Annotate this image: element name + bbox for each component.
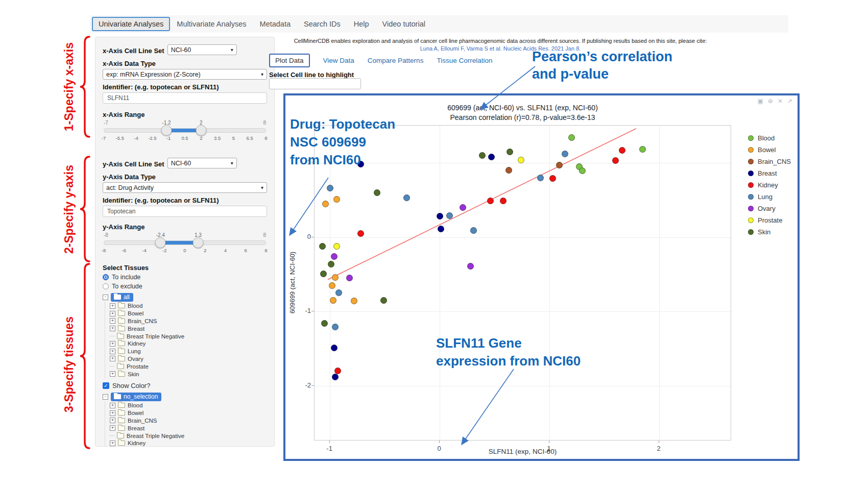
exclude-tree-item-kidney[interactable]: +Kidney — [110, 440, 267, 447]
legend-item-ovary[interactable]: Ovary — [748, 203, 791, 214]
legend-item-brain-cns[interactable]: Brain_CNS — [748, 156, 791, 167]
nav-tab-metadata[interactable]: Metadata — [253, 17, 297, 31]
expand-toggle-icon[interactable]: + — [110, 418, 115, 423]
expand-toggle-icon[interactable]: + — [110, 326, 115, 331]
expand-toggle-icon[interactable]: + — [110, 349, 115, 354]
data-point-kidney[interactable] — [500, 198, 507, 204]
data-point-skin[interactable] — [321, 320, 328, 327]
data-point-lung[interactable] — [537, 175, 544, 181]
expand-toggle-icon[interactable]: + — [110, 356, 115, 361]
collapse-toggle-icon[interactable]: - — [103, 295, 108, 300]
tissue-radio-exclude[interactable]: To exclude — [103, 283, 267, 290]
include-tree-item-breast[interactable]: +Breast — [110, 325, 267, 332]
include-tree-item-lung[interactable]: +Lung — [110, 348, 267, 355]
data-point-brain-cns[interactable] — [505, 167, 512, 174]
legend-item-bowel[interactable]: Bowel — [748, 144, 791, 156]
expand-toggle-icon[interactable]: + — [110, 311, 115, 316]
tissue-radio-include[interactable]: To include — [103, 274, 267, 281]
exclude-tree-root[interactable]: no_selection — [111, 393, 161, 401]
exclude-tree-item-blood[interactable]: +Blood — [110, 402, 267, 409]
include-tree-item-skin[interactable]: +Skin — [110, 370, 267, 378]
include-tree-item-ovary[interactable]: +Ovary — [110, 355, 267, 363]
include-tree-root-row[interactable]: -all — [103, 293, 267, 302]
y-range-slider[interactable]: -88-2.41.3-8-6-4-202468 — [104, 232, 266, 256]
x-identifier-input[interactable]: SLFN11 — [103, 92, 267, 104]
data-point-bowel[interactable] — [333, 196, 340, 203]
y-data-type-select[interactable]: act: Drug Activity ▾ — [103, 182, 267, 193]
include-tree-item-kidney[interactable]: +Kidney — [110, 340, 267, 348]
nav-tab-univariate-analyses[interactable]: Univariate Analyses — [92, 17, 170, 31]
camera-icon[interactable]: ▣ — [757, 97, 763, 105]
close-icon[interactable]: ✕ — [778, 97, 783, 105]
data-point-lung[interactable] — [562, 151, 568, 157]
legend-item-breast[interactable]: Breast — [748, 167, 791, 179]
data-point-bowel[interactable] — [330, 297, 336, 304]
data-point-kidney[interactable] — [487, 198, 494, 204]
data-point-skin[interactable] — [328, 261, 334, 267]
expand-toggle-icon[interactable]: + — [110, 441, 115, 446]
data-point-skin[interactable] — [320, 271, 327, 277]
y-range-high-handle[interactable] — [192, 237, 203, 248]
plot-panel[interactable] — [314, 125, 731, 441]
data-point-lung[interactable] — [446, 212, 453, 219]
data-point-skin[interactable] — [319, 243, 326, 250]
legend-item-kidney[interactable]: Kidney — [748, 179, 791, 191]
data-point-lung[interactable] — [327, 185, 333, 191]
include-tree-root[interactable]: all — [111, 293, 133, 302]
data-point-ovary[interactable] — [467, 263, 474, 270]
legend-item-lung[interactable]: Lung — [748, 191, 791, 203]
tab-plot-data[interactable]: Plot Data — [269, 54, 310, 67]
include-tree-item-prostate[interactable]: Prostate — [110, 362, 267, 370]
expand-toggle-icon[interactable]: + — [110, 410, 115, 416]
legend-item-blood[interactable]: Blood — [748, 132, 791, 144]
data-point-brain-cns[interactable] — [556, 162, 563, 168]
data-point-skin[interactable] — [380, 297, 387, 304]
data-point-kidney[interactable] — [549, 175, 556, 182]
show-color-row[interactable]: ✓ Show Color? — [103, 382, 267, 389]
data-point-prostate[interactable] — [518, 157, 524, 163]
expand-toggle-icon[interactable]: + — [110, 425, 115, 431]
data-point-prostate[interactable] — [333, 243, 340, 250]
tab-view-data[interactable]: View Data — [323, 57, 354, 64]
x-range-high-handle[interactable] — [196, 125, 206, 136]
expand-toggle-icon[interactable]: + — [110, 371, 115, 377]
include-tree-item-brain-cns[interactable]: +Brain_CNS — [110, 318, 267, 325]
exclude-tree-item-breast[interactable]: +Breast — [110, 424, 267, 432]
data-point-lung[interactable] — [403, 194, 410, 201]
expand-toggle-icon[interactable]: + — [110, 341, 115, 347]
exclude-tree-item-bowel[interactable]: +Bowel — [110, 409, 267, 417]
x-cell-line-set-select[interactable]: NCI-60 ▾ — [167, 44, 237, 55]
tab-tissue-correlation[interactable]: Tissue Correlation — [437, 57, 492, 64]
zoom-in-icon[interactable]: ⊕ — [768, 97, 773, 105]
include-tree-item-blood[interactable]: +Blood — [110, 302, 267, 310]
nav-tab-search-ids[interactable]: Search IDs — [297, 17, 347, 31]
legend-item-skin[interactable]: Skin — [748, 226, 791, 238]
data-point-kidney[interactable] — [612, 157, 619, 164]
x-range-low-handle[interactable] — [161, 125, 172, 136]
data-point-breast[interactable] — [438, 226, 444, 232]
expand-toggle-icon[interactable]: + — [110, 303, 115, 309]
nav-tab-video-tutorial[interactable]: Video tutorial — [376, 17, 432, 31]
data-point-ovary[interactable] — [460, 204, 466, 211]
y-identifier-input[interactable]: Topotecan — [103, 206, 267, 217]
expand-toggle-icon[interactable]: + — [110, 318, 115, 324]
exclude-tree-root-row[interactable]: -no_selection — [103, 393, 267, 401]
data-point-breast[interactable] — [437, 213, 443, 219]
include-tree-item-bowel[interactable]: +Bowel — [110, 310, 267, 318]
x-data-type-select[interactable]: exp: mRNA Expression (Z-Score) ▾ — [103, 69, 267, 80]
data-point-kidney[interactable] — [619, 147, 625, 154]
data-point-blood[interactable] — [568, 134, 575, 141]
exclude-tree-item-brain-cns[interactable]: +Brain_CNS — [110, 417, 267, 425]
collapse-toggle-icon[interactable]: - — [103, 394, 108, 400]
data-point-bowel[interactable] — [322, 201, 329, 207]
legend-item-prostate[interactable]: Prostate — [748, 214, 791, 226]
include-tree-item-breast-triple-negative[interactable]: Breast Triple Negative — [110, 332, 267, 340]
y-cell-line-set-select[interactable]: NCI-60 ▾ — [167, 158, 237, 168]
expand-icon[interactable]: ↗ — [787, 97, 792, 105]
expand-toggle-icon[interactable]: + — [110, 403, 115, 408]
tab-compare-patterns[interactable]: Compare Patterns — [368, 57, 424, 64]
data-point-skin[interactable] — [374, 189, 380, 196]
nav-tab-help[interactable]: Help — [347, 17, 376, 31]
nav-tab-multivariate-analyses[interactable]: Multivariate Analyses — [170, 17, 253, 31]
data-point-kidney[interactable] — [357, 230, 364, 237]
